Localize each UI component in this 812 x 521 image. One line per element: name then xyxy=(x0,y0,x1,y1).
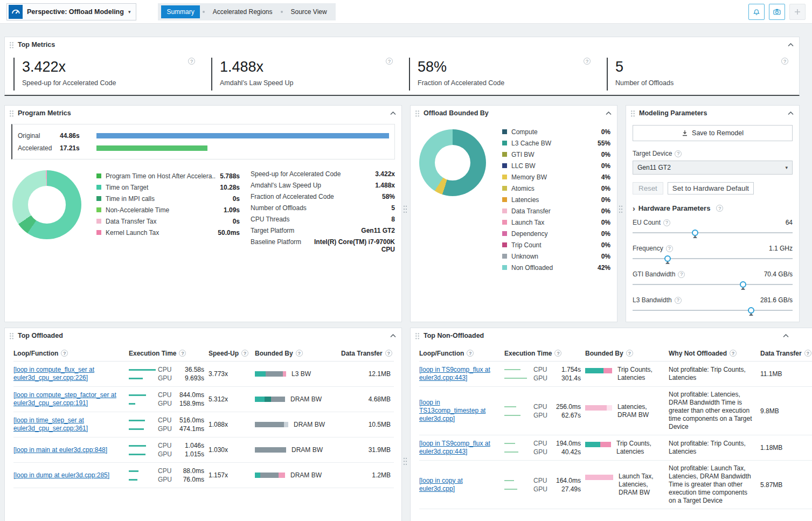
help-icon[interactable]: ? xyxy=(467,350,474,357)
help-icon[interactable]: ? xyxy=(678,271,685,278)
detail-value: Intel(R) Core(TM) i7-9700K CPU xyxy=(306,238,395,253)
drag-handle-icon[interactable] xyxy=(9,332,14,339)
help-icon[interactable]: ? xyxy=(675,150,682,157)
loop-function-link[interactable]: [loop in TS9comp_flux at euler3d.cpp:443… xyxy=(419,366,500,382)
bounded-by-bar-segment xyxy=(603,368,612,373)
set-hardware-default-button[interactable]: Set to Hardware Default xyxy=(668,182,754,194)
hardware-parameters-toggle[interactable]: › Hardware Parameters ? xyxy=(633,204,793,212)
target-device-select[interactable]: Gen11 GT2 ▾ xyxy=(633,161,793,175)
perspective-selector[interactable]: Perspective: Offload Modeling ▾ xyxy=(6,3,136,20)
collapse-button[interactable] xyxy=(606,112,612,115)
loop-function-link[interactable]: [loop in time_step_ser at euler3d_cpu_se… xyxy=(13,416,124,433)
slider-track[interactable] xyxy=(633,281,793,289)
device-label: GPU xyxy=(533,374,550,382)
help-icon[interactable]: ? xyxy=(781,58,788,65)
drag-handle-icon[interactable] xyxy=(630,110,635,117)
legend-value: 0% xyxy=(601,196,610,204)
help-icon[interactable]: ? xyxy=(730,350,737,357)
help-icon[interactable]: ? xyxy=(716,205,723,212)
help-icon[interactable]: ? xyxy=(675,297,682,304)
bounded-legend-item: Atomics0% xyxy=(502,183,610,194)
time-bar-value: 17.21s xyxy=(60,144,91,152)
collapse-button[interactable] xyxy=(390,334,396,338)
collapse-button[interactable] xyxy=(390,112,396,115)
add-button[interactable] xyxy=(789,4,806,20)
help-icon[interactable]: ? xyxy=(385,350,392,357)
slider-default-marker xyxy=(665,261,670,264)
data-transfer-value: 12.1MB xyxy=(341,366,394,381)
drag-handle-icon[interactable] xyxy=(415,110,420,117)
detail-value: Gen11 GT2 xyxy=(361,227,395,234)
loop-function-link[interactable]: [loop in copy at euler3d.cpp] xyxy=(419,477,500,493)
slider-track[interactable] xyxy=(633,307,793,315)
help-icon[interactable]: ? xyxy=(626,350,633,357)
loop-function-link[interactable]: [loop in compute_step_factor_ser at eule… xyxy=(13,391,124,407)
collapse-button[interactable] xyxy=(788,112,794,115)
drag-handle-icon[interactable] xyxy=(415,332,420,339)
help-icon[interactable]: ? xyxy=(179,350,186,357)
reset-button[interactable]: Reset xyxy=(633,182,663,194)
execution-time-cell: CPU164.0msGPU27.49s xyxy=(504,473,585,497)
tab-accelerated-regions[interactable]: Accelerated Regions xyxy=(207,5,278,18)
help-icon[interactable]: ? xyxy=(663,219,670,226)
loop-function-link[interactable]: [loop in TS9comp_flux at euler3d.cpp:443… xyxy=(419,440,500,456)
legend-value: 0% xyxy=(601,219,610,226)
help-icon[interactable]: ? xyxy=(296,350,303,357)
time-bar-container xyxy=(129,454,158,455)
column-header: Loop/Function? xyxy=(13,350,129,357)
execution-time-cell: CPU1.046sGPU1.015s xyxy=(129,441,204,459)
bounded-by-bar-segment xyxy=(260,473,279,478)
execution-time-entry: CPU88.0ms xyxy=(129,467,204,475)
detail-label: Speed-up for Accelerated Code xyxy=(251,170,341,178)
non-offloaded-table-row: [loop in TS9comp_flux at euler3d.cpp:443… xyxy=(419,362,812,387)
legend-value: 0s xyxy=(233,195,240,203)
bounded-by-legend: Compute0%L3 Cache BW55%GTI BW0%LLC BW0%M… xyxy=(502,126,610,273)
save-to-remodel-button[interactable]: Save to Remodel xyxy=(633,125,793,141)
help-icon[interactable]: ? xyxy=(666,245,673,252)
panel-resize-handle[interactable] xyxy=(619,205,623,214)
loop-function-link[interactable]: [loop in dump at euler3d.cpp:285] xyxy=(13,471,109,480)
bounded-legend-item: Compute0% xyxy=(502,126,610,137)
slider-track[interactable] xyxy=(633,229,793,238)
time-bar-label: Accelerated xyxy=(18,144,60,152)
execution-time-entry: GPU1.015s xyxy=(129,450,204,459)
execution-time-cell: CPU194.0msGPU40.42s xyxy=(504,439,581,456)
drag-handle-icon[interactable] xyxy=(9,41,14,48)
slider-track[interactable] xyxy=(633,255,793,263)
bounded-by-cell: L3 BW xyxy=(255,366,341,382)
help-icon[interactable]: ? xyxy=(554,350,561,357)
execution-time-entry: CPU844.0ms xyxy=(129,391,204,399)
help-icon[interactable]: ? xyxy=(584,58,591,65)
program-detail-row: Fraction of Accelerated Code58% xyxy=(251,193,395,200)
time-bar-container xyxy=(504,406,533,407)
drag-handle-icon[interactable] xyxy=(9,110,14,117)
slider-default-marker xyxy=(693,235,697,238)
speedup-value: 5.312x xyxy=(209,392,255,407)
help-icon[interactable]: ? xyxy=(386,58,393,65)
slider-header: EU Count?64 xyxy=(633,219,793,226)
panel-resize-handle[interactable] xyxy=(403,457,407,467)
metric-label: Amdahl's Law Speed Up xyxy=(220,79,395,87)
time-value: 9.693s xyxy=(174,374,204,382)
time-bar-container xyxy=(129,378,158,379)
panel-resize-handle[interactable] xyxy=(403,205,407,214)
loop-function-link[interactable]: [loop in compute_flux_ser at euler3d_cpu… xyxy=(13,366,124,382)
help-icon[interactable]: ? xyxy=(241,350,248,357)
loop-function-link[interactable]: [loop in main at euler3d.cpp:848] xyxy=(13,446,107,454)
notifications-button[interactable] xyxy=(748,4,765,20)
execution-time-bar xyxy=(504,480,514,481)
column-header-label: Loop/Function xyxy=(419,350,464,357)
collapse-button[interactable] xyxy=(783,334,789,338)
help-icon[interactable]: ? xyxy=(61,350,68,357)
snapshot-button[interactable] xyxy=(769,4,785,20)
donut-hole xyxy=(435,145,471,181)
tab-source-view[interactable]: Source View xyxy=(286,5,332,18)
collapse-button[interactable] xyxy=(788,43,794,47)
loop-function-link[interactable]: [loop in TS13comp_timestep at euler3d.cp… xyxy=(419,399,500,423)
time-bar-container xyxy=(504,415,533,416)
help-icon[interactable]: ? xyxy=(804,350,811,357)
execution-time-bar xyxy=(129,470,138,472)
time-value: 1.046s xyxy=(174,442,204,449)
help-icon[interactable]: ? xyxy=(188,58,195,65)
tab-summary[interactable]: Summary xyxy=(161,5,199,18)
